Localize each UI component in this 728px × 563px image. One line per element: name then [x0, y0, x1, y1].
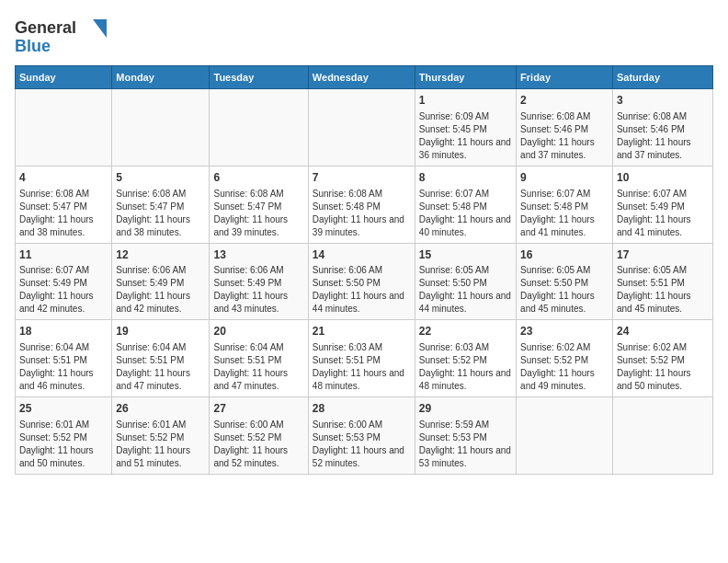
day-number: 27 — [213, 401, 303, 417]
calendar-cell — [612, 397, 712, 475]
svg-text:General: General — [15, 18, 76, 37]
day-info: Sunrise: 6:01 AMSunset: 5:52 PMDaylight:… — [116, 419, 205, 470]
calendar-cell: 18Sunrise: 6:04 AMSunset: 5:51 PMDayligh… — [16, 320, 112, 397]
calendar-cell: 27Sunrise: 6:00 AMSunset: 5:52 PMDayligh… — [210, 397, 308, 475]
day-number: 26 — [116, 401, 205, 417]
calendar-cell — [16, 89, 112, 167]
week-row-2: 11Sunrise: 6:07 AMSunset: 5:49 PMDayligh… — [16, 243, 713, 320]
calendar-cell: 5Sunrise: 6:08 AMSunset: 5:47 PMDaylight… — [112, 166, 210, 243]
header-day-sunday: Sunday — [16, 66, 112, 89]
day-info: Sunrise: 6:07 AMSunset: 5:48 PMDaylight:… — [520, 188, 609, 239]
day-number: 28 — [313, 401, 411, 417]
day-info: Sunrise: 6:03 AMSunset: 5:51 PMDaylight:… — [313, 341, 411, 393]
calendar-cell: 28Sunrise: 6:00 AMSunset: 5:53 PMDayligh… — [308, 397, 415, 475]
day-info: Sunrise: 6:06 AMSunset: 5:49 PMDaylight:… — [116, 264, 205, 316]
day-number: 23 — [520, 324, 609, 339]
header-day-thursday: Thursday — [415, 66, 516, 89]
day-info: Sunrise: 6:08 AMSunset: 5:47 PMDaylight:… — [116, 188, 205, 239]
calendar-cell — [112, 89, 210, 167]
calendar-cell: 2Sunrise: 6:08 AMSunset: 5:46 PMDaylight… — [517, 89, 613, 167]
header-day-wednesday: Wednesday — [308, 66, 415, 89]
logo: GeneralBlue — [15, 15, 116, 56]
day-info: Sunrise: 6:08 AMSunset: 5:48 PMDaylight:… — [313, 188, 411, 239]
day-number: 9 — [520, 170, 609, 186]
day-number: 24 — [617, 324, 709, 339]
svg-text:Blue: Blue — [15, 37, 51, 55]
day-info: Sunrise: 6:09 AMSunset: 5:45 PMDaylight:… — [419, 110, 512, 162]
day-info: Sunrise: 6:08 AMSunset: 5:46 PMDaylight:… — [617, 110, 709, 162]
calendar-cell: 4Sunrise: 6:08 AMSunset: 5:47 PMDaylight… — [16, 166, 112, 243]
day-info: Sunrise: 5:59 AMSunset: 5:53 PMDaylight:… — [419, 419, 512, 470]
calendar-cell — [308, 89, 415, 167]
calendar-cell: 3Sunrise: 6:08 AMSunset: 5:46 PMDaylight… — [612, 89, 712, 167]
calendar-cell: 8Sunrise: 6:07 AMSunset: 5:48 PMDaylight… — [415, 166, 516, 243]
day-number: 13 — [213, 247, 303, 263]
header: GeneralBlue — [15, 15, 713, 56]
calendar-cell: 29Sunrise: 5:59 AMSunset: 5:53 PMDayligh… — [415, 397, 516, 475]
day-number: 16 — [520, 247, 609, 263]
day-number: 29 — [419, 401, 512, 417]
svg-marker-2 — [93, 19, 107, 38]
day-number: 8 — [419, 170, 512, 186]
day-info: Sunrise: 6:06 AMSunset: 5:50 PMDaylight:… — [313, 264, 411, 316]
header-day-monday: Monday — [112, 66, 210, 89]
calendar-cell: 13Sunrise: 6:06 AMSunset: 5:49 PMDayligh… — [210, 243, 308, 320]
day-info: Sunrise: 6:07 AMSunset: 5:49 PMDaylight:… — [617, 188, 709, 239]
day-info: Sunrise: 6:01 AMSunset: 5:52 PMDaylight:… — [19, 419, 108, 470]
day-number: 1 — [419, 93, 512, 109]
calendar-cell: 19Sunrise: 6:04 AMSunset: 5:51 PMDayligh… — [112, 320, 210, 397]
day-number: 12 — [116, 247, 205, 263]
day-number: 6 — [213, 170, 303, 186]
calendar-cell — [517, 397, 613, 475]
day-number: 25 — [19, 401, 108, 417]
week-row-1: 4Sunrise: 6:08 AMSunset: 5:47 PMDaylight… — [16, 166, 713, 243]
day-number: 22 — [419, 324, 512, 339]
day-number: 5 — [116, 170, 205, 186]
day-info: Sunrise: 6:06 AMSunset: 5:49 PMDaylight:… — [213, 264, 303, 316]
calendar-cell: 12Sunrise: 6:06 AMSunset: 5:49 PMDayligh… — [112, 243, 210, 320]
calendar-cell: 22Sunrise: 6:03 AMSunset: 5:52 PMDayligh… — [415, 320, 516, 397]
day-number: 14 — [313, 247, 411, 263]
calendar-cell: 1Sunrise: 6:09 AMSunset: 5:45 PMDaylight… — [415, 89, 516, 167]
day-info: Sunrise: 6:05 AMSunset: 5:51 PMDaylight:… — [617, 264, 709, 316]
calendar-table: SundayMondayTuesdayWednesdayThursdayFrid… — [15, 65, 713, 475]
calendar-cell — [210, 89, 308, 167]
calendar-cell: 15Sunrise: 6:05 AMSunset: 5:50 PMDayligh… — [415, 243, 516, 320]
day-info: Sunrise: 6:08 AMSunset: 5:47 PMDaylight:… — [19, 188, 108, 239]
day-info: Sunrise: 6:03 AMSunset: 5:52 PMDaylight:… — [419, 341, 512, 393]
day-info: Sunrise: 6:04 AMSunset: 5:51 PMDaylight:… — [213, 341, 303, 393]
day-number: 7 — [313, 170, 411, 186]
day-number: 17 — [617, 247, 709, 263]
week-row-4: 25Sunrise: 6:01 AMSunset: 5:52 PMDayligh… — [16, 397, 713, 475]
day-info: Sunrise: 6:07 AMSunset: 5:48 PMDaylight:… — [419, 188, 512, 239]
day-number: 3 — [617, 93, 709, 109]
day-number: 19 — [116, 324, 205, 339]
day-info: Sunrise: 6:00 AMSunset: 5:53 PMDaylight:… — [313, 419, 411, 470]
calendar-cell: 7Sunrise: 6:08 AMSunset: 5:48 PMDaylight… — [308, 166, 415, 243]
day-number: 15 — [419, 247, 512, 263]
day-info: Sunrise: 6:08 AMSunset: 5:47 PMDaylight:… — [213, 188, 303, 239]
calendar-cell: 20Sunrise: 6:04 AMSunset: 5:51 PMDayligh… — [210, 320, 308, 397]
calendar-cell: 26Sunrise: 6:01 AMSunset: 5:52 PMDayligh… — [112, 397, 210, 475]
calendar-cell: 25Sunrise: 6:01 AMSunset: 5:52 PMDayligh… — [16, 397, 112, 475]
header-day-tuesday: Tuesday — [210, 66, 308, 89]
day-info: Sunrise: 6:04 AMSunset: 5:51 PMDaylight:… — [19, 341, 108, 393]
calendar-cell: 11Sunrise: 6:07 AMSunset: 5:49 PMDayligh… — [16, 243, 112, 320]
day-info: Sunrise: 6:00 AMSunset: 5:52 PMDaylight:… — [213, 419, 303, 470]
header-row: SundayMondayTuesdayWednesdayThursdayFrid… — [16, 66, 713, 89]
calendar-body: 1Sunrise: 6:09 AMSunset: 5:45 PMDaylight… — [16, 89, 713, 475]
day-number: 4 — [19, 170, 108, 186]
day-number: 11 — [19, 247, 108, 263]
week-row-0: 1Sunrise: 6:09 AMSunset: 5:45 PMDaylight… — [16, 89, 713, 167]
day-number: 21 — [313, 324, 411, 339]
day-info: Sunrise: 6:04 AMSunset: 5:51 PMDaylight:… — [116, 341, 205, 393]
day-info: Sunrise: 6:08 AMSunset: 5:46 PMDaylight:… — [520, 110, 609, 162]
calendar-cell: 10Sunrise: 6:07 AMSunset: 5:49 PMDayligh… — [612, 166, 712, 243]
header-day-friday: Friday — [517, 66, 613, 89]
header-day-saturday: Saturday — [612, 66, 712, 89]
calendar-cell: 21Sunrise: 6:03 AMSunset: 5:51 PMDayligh… — [308, 320, 415, 397]
logo-svg: GeneralBlue — [15, 15, 116, 56]
calendar-cell: 9Sunrise: 6:07 AMSunset: 5:48 PMDaylight… — [517, 166, 613, 243]
calendar-cell: 14Sunrise: 6:06 AMSunset: 5:50 PMDayligh… — [308, 243, 415, 320]
day-info: Sunrise: 6:05 AMSunset: 5:50 PMDaylight:… — [419, 264, 512, 316]
